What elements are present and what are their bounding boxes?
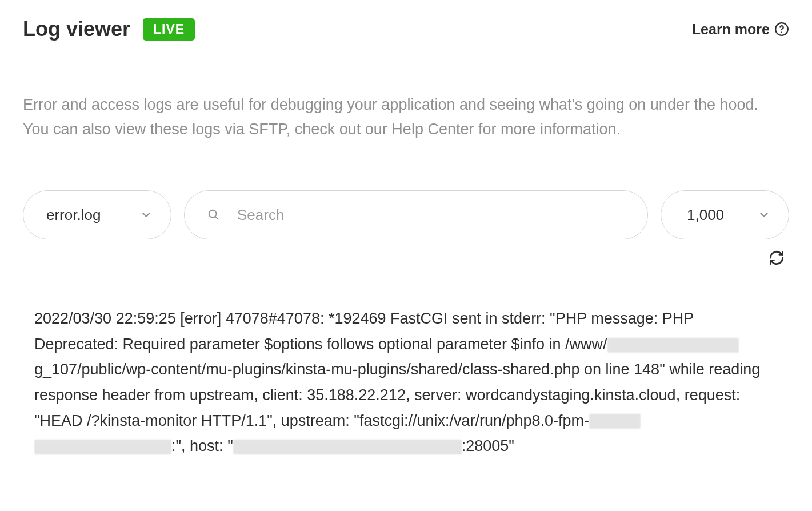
log-output: 2022/03/30 22:59:25 [error] 47078#47078:… (23, 306, 789, 458)
log-text: :", host: " (171, 437, 233, 454)
log-file-selected-label: error.log (46, 206, 101, 224)
line-count-selected-label: 1,000 (687, 206, 724, 224)
controls-row: error.log 1,000 (23, 190, 789, 239)
log-text: :28005" (462, 437, 514, 454)
refresh-icon[interactable] (769, 250, 785, 266)
page-header: Log viewer LIVE Learn more (23, 17, 789, 41)
redacted-segment (34, 440, 171, 454)
redacted-segment (589, 414, 641, 429)
log-file-select[interactable]: error.log (23, 190, 171, 239)
refresh-row (23, 250, 789, 266)
svg-point-1 (781, 31, 782, 33)
line-count-select[interactable]: 1,000 (661, 190, 789, 239)
search-icon (207, 209, 220, 221)
search-input[interactable] (237, 206, 625, 224)
help-icon (774, 22, 789, 37)
log-text: g_107/public/wp-content/mu-plugins/kinst… (34, 361, 760, 429)
live-badge: LIVE (143, 18, 195, 41)
redacted-segment (607, 338, 739, 353)
page-title: Log viewer (23, 17, 130, 41)
chevron-down-icon (140, 209, 153, 221)
chevron-down-icon (758, 209, 770, 221)
title-group: Log viewer LIVE (23, 17, 195, 41)
search-field-wrapper (184, 190, 648, 239)
log-text: 2022/03/30 22:59:25 [error] 47078#47078:… (34, 310, 694, 353)
page-description: Error and access logs are useful for deb… (23, 93, 766, 142)
learn-more-link[interactable]: Learn more (692, 21, 789, 38)
redacted-segment (233, 440, 462, 454)
learn-more-label: Learn more (692, 21, 770, 38)
